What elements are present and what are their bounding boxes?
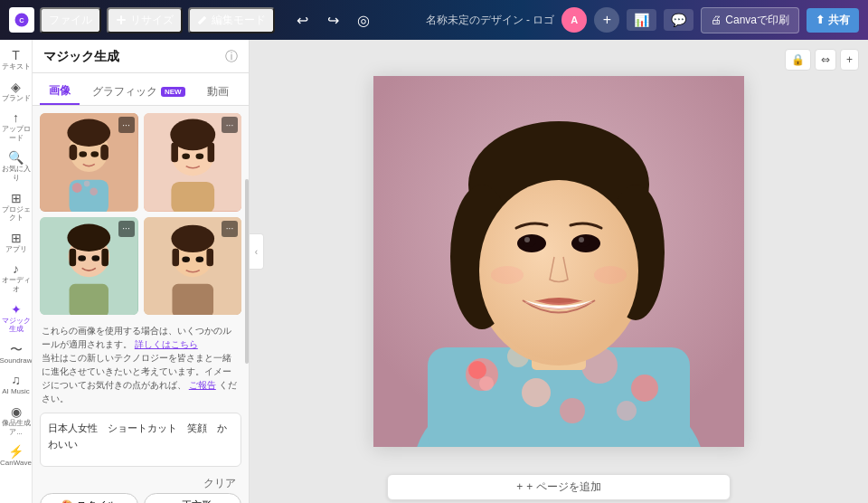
main-layout: T テキスト ◈ ブランド ↑ アップロード 🔍 お気に入り ⊞ プロジェクト … <box>0 40 868 503</box>
sidebar-item-text[interactable]: T テキスト <box>2 45 31 75</box>
usage-notice-link[interactable]: 詳しくはこちら <box>135 339 198 349</box>
app-icon: ⊞ <box>11 232 22 244</box>
sidebar-item-brand[interactable]: ◈ ブランド <box>2 77 31 107</box>
sidebar-item-app[interactable]: ⊞ アプリ <box>2 228 31 258</box>
add-page-button[interactable]: + + ページを追加 <box>387 474 731 500</box>
style-icon: 🎨 <box>61 499 74 503</box>
style-label: スタイル <box>77 498 117 503</box>
imagegen-icon: ◉ <box>11 405 22 418</box>
generated-image-1[interactable]: ··· <box>40 113 138 212</box>
imagegen-label: 像品生成ア... <box>2 419 31 436</box>
add-collaborator-button[interactable]: + <box>594 7 619 33</box>
search-label: お気に入り <box>2 165 31 182</box>
canvas-area: 🔒 ⇔ + <box>250 40 868 503</box>
collapse-handle[interactable]: ‹ <box>250 233 264 270</box>
svg-rect-35 <box>172 248 179 266</box>
tab-image[interactable]: 画像 <box>40 79 80 105</box>
print-icon: 🖨 <box>711 14 722 26</box>
svg-point-38 <box>195 256 203 262</box>
canva-logo[interactable]: C <box>9 7 34 33</box>
generated-image-3[interactable]: ··· <box>40 217 138 316</box>
menu-file[interactable]: ファイル <box>40 7 101 33</box>
redo-button[interactable]: ↪ <box>320 7 345 33</box>
sidebar-item-search[interactable]: 🔍 お気に入り <box>2 147 31 185</box>
sidebar-item-soundraw[interactable]: 〜 Soundraw <box>2 339 31 369</box>
canwave-icon: ⚡ <box>8 445 24 458</box>
sidebar-item-magic[interactable]: ✦ マジック生成 <box>2 299 31 337</box>
project-label: プロジェクト <box>2 205 31 223</box>
magic-icon: ✦ <box>11 303 22 316</box>
tab-graphic[interactable]: グラフィック NEW <box>83 79 194 105</box>
transform-button[interactable]: ⇔ <box>815 49 836 71</box>
svg-point-45 <box>468 361 486 379</box>
tab-video[interactable]: 動画 <box>198 79 238 105</box>
menu-file-label: ファイル <box>49 13 92 28</box>
sidebar-item-project[interactable]: ⊞ プロジェクト <box>2 188 31 226</box>
menu-resize[interactable]: リサイズ <box>107 7 183 33</box>
svg-point-21 <box>182 153 190 159</box>
canvas-add-button[interactable]: + <box>840 49 859 71</box>
menu-resize-label: リサイズ <box>130 13 174 28</box>
svg-point-51 <box>560 398 585 423</box>
usage-report-link[interactable]: ご報告 <box>189 380 216 390</box>
svg-point-15 <box>84 181 90 187</box>
sidebar-item-upload[interactable]: ↑ アップロード <box>2 108 31 146</box>
canvas-frame[interactable] <box>373 76 744 447</box>
aimusic-icon: ♫ <box>11 374 21 386</box>
image-menu-2[interactable]: ··· <box>222 117 238 133</box>
svg-point-30 <box>92 255 100 261</box>
style-button[interactable]: 🎨 スタイル <box>40 493 138 503</box>
sidebar-item-audio[interactable]: ♪ オーディオ <box>2 259 31 297</box>
sidebar-item-imagegen[interactable]: ◉ 像品生成ア... <box>2 402 31 440</box>
svg-point-37 <box>182 256 190 262</box>
brand-label: ブランド <box>2 94 31 103</box>
lock-button[interactable]: 🔒 <box>785 49 811 71</box>
svg-rect-9 <box>100 145 108 160</box>
svg-point-26 <box>67 223 110 251</box>
sidebar-item-aimusic[interactable]: ♫ AI Music <box>2 370 31 400</box>
generated-image-4[interactable]: ··· <box>144 217 242 316</box>
tab-video-label: 動画 <box>207 84 229 100</box>
generated-image-2[interactable]: ··· <box>144 113 242 212</box>
svg-point-10 <box>79 151 87 157</box>
text-icon: T <box>12 49 20 62</box>
analytics-button[interactable]: 📊 <box>627 9 656 31</box>
svg-point-46 <box>479 376 494 391</box>
info-icon[interactable]: ⓘ <box>225 49 238 65</box>
prompt-box[interactable]: 日本人女性 ショートカット 笑顔 かわいい <box>40 413 241 467</box>
image-grid: ··· ··· <box>40 113 241 315</box>
canwave-label: CanWave <box>0 459 32 468</box>
svg-text:C: C <box>19 16 24 24</box>
shape-button[interactable]: □ 正方形 <box>144 493 242 503</box>
text-label: テキスト <box>2 62 31 71</box>
sparkle-button[interactable]: ◎ <box>351 7 376 33</box>
image-menu-4[interactable]: ··· <box>222 221 238 237</box>
svg-point-13 <box>72 183 82 193</box>
icon-sidebar: T テキスト ◈ ブランド ↑ アップロード 🔍 お気に入り ⊞ プロジェクト … <box>0 40 33 503</box>
user-avatar[interactable]: A <box>561 7 587 33</box>
print-button[interactable]: 🖨 Canvaで印刷 <box>701 7 799 33</box>
image-menu-1[interactable]: ··· <box>118 117 135 133</box>
topbar-right: 名称未定のデザイン - ロゴ A + 📊 💬 🖨 Canvaで印刷 ⬆ 共有 <box>426 7 859 33</box>
svg-rect-39 <box>172 283 213 315</box>
undo-button[interactable]: ↩ <box>289 7 315 33</box>
menu-edit[interactable]: 編集モード <box>188 7 275 33</box>
panel-content: ··· ··· <box>33 106 249 503</box>
upload-label: アップロード <box>2 125 31 142</box>
svg-rect-20 <box>207 143 214 163</box>
svg-rect-3 <box>120 15 122 24</box>
svg-rect-19 <box>171 143 178 163</box>
sidebar-item-canwave[interactable]: ⚡ CanWave <box>2 441 31 471</box>
svg-point-65 <box>491 266 524 284</box>
pencil-icon <box>197 14 208 25</box>
image-menu-3[interactable]: ··· <box>118 221 135 237</box>
svg-point-63 <box>524 237 530 242</box>
clear-button[interactable]: クリア <box>198 474 241 493</box>
svg-point-22 <box>195 153 203 159</box>
brand-icon: ◈ <box>11 81 21 93</box>
comment-button[interactable]: 💬 <box>664 9 693 31</box>
share-button[interactable]: ⬆ 共有 <box>807 8 859 33</box>
add-page-bar: + + ページを追加 <box>250 470 868 503</box>
svg-point-64 <box>579 237 584 242</box>
svg-rect-23 <box>171 182 214 212</box>
